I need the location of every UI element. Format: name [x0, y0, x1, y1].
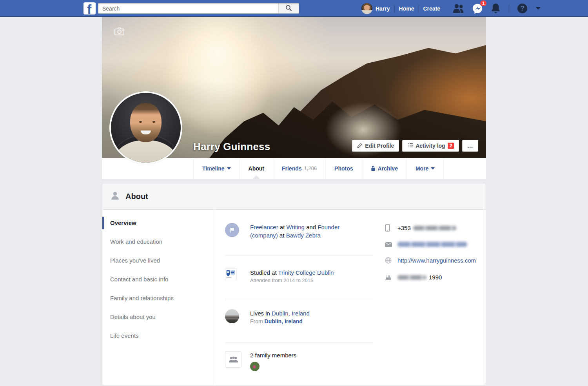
nav-divider	[509, 5, 509, 13]
navbar-right: Harry Home Create 1 ?	[361, 0, 541, 17]
tab-photos[interactable]: Photos	[326, 158, 362, 179]
messenger-icon[interactable]: 1	[472, 3, 483, 14]
profile-name: Harry Guinness	[193, 141, 270, 153]
phone-icon	[385, 224, 397, 232]
tab-friends[interactable]: Friends 1,206	[273, 158, 326, 179]
education-row: Studied at Trinity College Dublin Attend…	[225, 268, 373, 300]
contact-panel: +353 http://www.harryguinness.com	[385, 210, 486, 385]
residence-row: Lives in Dublin, Ireland From Dublin, Ir…	[225, 309, 373, 343]
phone-number-redacted	[413, 226, 456, 230]
search-bar[interactable]	[98, 3, 299, 14]
nav-profile-name: Harry	[376, 5, 390, 12]
family-group-icon	[225, 351, 241, 368]
cover-photo[interactable]: Harry Guinness Edit Profile Activity log…	[102, 17, 486, 158]
about-header: About	[102, 183, 486, 210]
account-chevron-down-icon[interactable]	[536, 7, 541, 10]
work-flag-icon	[225, 223, 239, 237]
phone-row: +353	[385, 224, 486, 232]
nav-divider	[419, 5, 419, 13]
sidebar-item-places-lived[interactable]: Places you've lived	[102, 251, 214, 270]
nav-create-link[interactable]: Create	[423, 5, 441, 12]
about-sidebar: Overview Work and education Places you'v…	[102, 210, 214, 385]
work-org-link[interactable]: Writing	[287, 224, 305, 230]
sidebar-item-work-education[interactable]: Work and education	[102, 232, 214, 251]
search-input[interactable]	[98, 4, 278, 13]
cake-icon	[385, 274, 397, 281]
overview-panel: Freelancer at Writing and Founder (compa…	[214, 210, 385, 385]
envelope-icon	[385, 242, 397, 247]
trinity-college-logo-icon	[225, 268, 237, 280]
activity-log-button[interactable]: Activity log 2	[402, 140, 459, 152]
phone-prefix: +353	[397, 225, 411, 231]
website-row: http://www.harryguinness.com	[385, 257, 486, 264]
school-link[interactable]: Trinity College Dublin	[278, 269, 334, 276]
family-summary: 2 family members	[250, 351, 296, 359]
sidebar-item-family-relationships[interactable]: Family and relationships	[102, 289, 214, 308]
messenger-badge: 1	[480, 0, 486, 6]
svg-text:?: ?	[521, 5, 524, 12]
from-city-link[interactable]: Dublin, Ireland	[265, 318, 303, 324]
nav-profile-link[interactable]: Harry	[361, 3, 390, 14]
birth-date-redacted	[397, 275, 426, 280]
facebook-logo-letter: f	[87, 2, 91, 14]
tab-more[interactable]: More	[407, 158, 444, 179]
help-icon[interactable]: ?	[517, 3, 528, 14]
update-cover-camera-icon[interactable]	[114, 27, 125, 37]
sidebar-item-overview[interactable]: Overview	[102, 214, 214, 232]
friend-requests-icon[interactable]	[452, 3, 465, 14]
about-content-card: Overview Work and education Places you'v…	[102, 210, 486, 385]
about-section-title: About	[125, 192, 148, 201]
sidebar-item-details-about-you[interactable]: Details about you	[102, 308, 214, 326]
tab-about[interactable]: About	[240, 158, 273, 179]
profile-picture[interactable]	[109, 91, 182, 164]
globe-icon	[385, 257, 397, 264]
website-link[interactable]: http://www.harryguinness.com	[397, 257, 476, 264]
work-org2-link[interactable]: Bawdy Zebra	[286, 232, 321, 239]
family-member-avatar[interactable]	[250, 362, 260, 371]
work-role-link[interactable]: Freelancer	[250, 224, 278, 230]
sidebar-item-life-events[interactable]: Life events	[102, 326, 214, 345]
activity-log-icon	[407, 143, 413, 149]
friends-count: 1,206	[304, 165, 317, 171]
edit-profile-label: Edit Profile	[365, 143, 394, 149]
nav-avatar	[361, 3, 372, 14]
notifications-icon[interactable]	[490, 3, 501, 14]
chevron-down-icon	[431, 167, 435, 170]
work-row: Freelancer at Writing and Founder (compa…	[225, 223, 373, 256]
search-icon	[285, 5, 292, 13]
top-navbar: f Harry Home Create 1 ?	[0, 0, 588, 17]
birth-year: 1990	[429, 274, 442, 281]
nav-divider	[394, 5, 395, 13]
birthday-row: 1990	[385, 274, 486, 281]
lock-icon	[371, 165, 376, 171]
search-button[interactable]	[278, 4, 299, 13]
email-redacted	[397, 242, 467, 247]
chevron-down-icon	[227, 167, 231, 170]
person-silhouette-icon	[110, 191, 120, 202]
pencil-icon	[357, 143, 363, 149]
more-options-button[interactable]: ...	[462, 140, 478, 152]
lives-city-link[interactable]: Dublin, Ireland	[272, 310, 310, 317]
nav-home-link[interactable]: Home	[399, 5, 414, 12]
city-photo-icon	[225, 309, 239, 323]
email-row	[385, 242, 486, 247]
tab-archive[interactable]: Archive	[362, 158, 407, 179]
activity-log-badge: 2	[448, 143, 454, 149]
sidebar-item-contact-basic-info[interactable]: Contact and basic info	[102, 270, 214, 289]
education-detail: Attended from 2014 to 2015	[250, 277, 334, 283]
family-row: 2 family members	[225, 351, 385, 371]
activity-log-label: Activity log	[416, 143, 445, 149]
facebook-logo-icon[interactable]: f	[83, 2, 96, 14]
edit-profile-button[interactable]: Edit Profile	[352, 140, 399, 152]
tab-timeline[interactable]: Timeline	[193, 158, 240, 179]
